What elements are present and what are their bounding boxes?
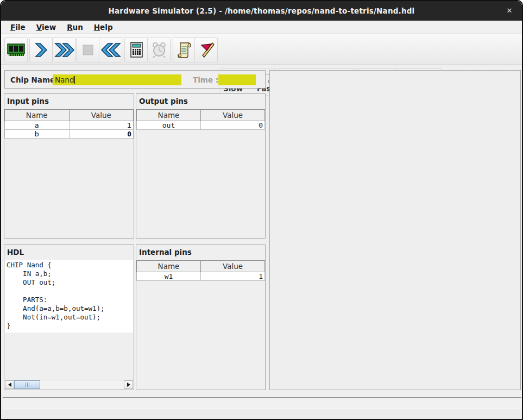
- script-button[interactable]: [173, 37, 196, 62]
- window-title: Hardware Simulator (2.5) - /home/thomas/…: [109, 7, 415, 15]
- code-line: Not(in=w1,out=out);: [7, 313, 133, 322]
- toolbar: Slow Fast Animate: Program flow Format: …: [1, 34, 522, 65]
- close-icon[interactable]: ✕: [503, 5, 515, 16]
- chip-header-panel: Chip Name : Nand Time :: [4, 70, 266, 89]
- time-label: Time :: [193, 76, 218, 84]
- alarm-clock-icon: [150, 41, 168, 59]
- pin-name: out: [137, 121, 201, 130]
- load-chip-button[interactable]: [4, 37, 28, 62]
- pin-name: w1: [137, 272, 201, 281]
- calculator-button[interactable]: [124, 37, 148, 62]
- hdl-code-view: CHIP Nand { IN a,b; OUT out; PARTS: And(…: [5, 260, 133, 333]
- chip-display-panel: [269, 70, 521, 390]
- code-line: CHIP Nand {: [7, 261, 133, 269]
- run-button[interactable]: [53, 37, 76, 62]
- table-row: a 1: [5, 121, 134, 130]
- stop-button: [76, 37, 99, 62]
- hdl-title: HDL: [4, 245, 134, 259]
- calculator-icon: [128, 41, 144, 59]
- column-header-name: Name: [137, 110, 201, 121]
- input-pins-panel: Input pins Name Value a 1 b 0: [4, 93, 134, 239]
- output-pins-table: Name Value out 0: [136, 109, 265, 130]
- menu-bar: File View Run Help: [1, 21, 522, 34]
- chevron-right-icon: [34, 42, 49, 58]
- output-pins-panel: Output pins Name Value out 0: [136, 93, 266, 239]
- table-row: b 0: [5, 130, 134, 139]
- code-line: PARTS:: [7, 296, 133, 304]
- text-caret: [74, 76, 75, 84]
- pin-value: 1: [201, 272, 265, 281]
- pin-value[interactable]: 1: [69, 121, 134, 130]
- status-bar: [3, 397, 521, 409]
- single-step-button[interactable]: [29, 37, 53, 62]
- column-header-name: Name: [137, 261, 201, 272]
- internal-pins-panel: Internal pins Name Value w1 1: [136, 245, 266, 390]
- bottom-strip: [1, 410, 522, 420]
- memory-chip-icon: [7, 42, 26, 58]
- table-row: w1 1: [137, 272, 265, 281]
- code-line: IN a,b;: [7, 269, 133, 278]
- code-line: }: [7, 322, 133, 330]
- chip-name-input[interactable]: Nand: [53, 74, 181, 85]
- pin-value: 0: [201, 121, 265, 130]
- pin-name: a: [5, 121, 70, 130]
- reset-button[interactable]: [99, 37, 122, 62]
- code-line: And(a=a,b=b,out=w1);: [7, 304, 133, 313]
- menu-run[interactable]: Run: [62, 22, 88, 33]
- code-line: OUT out;: [7, 278, 133, 287]
- menu-file[interactable]: File: [5, 22, 30, 33]
- hdl-horizontal-scrollbar[interactable]: [5, 380, 133, 389]
- scroll-left-icon[interactable]: [5, 380, 14, 389]
- red-flag-icon: [198, 41, 215, 59]
- scrollbar-thumb[interactable]: [14, 380, 40, 389]
- app-window: Hardware Simulator (2.5) - /home/thomas/…: [0, 0, 523, 420]
- pin-name: b: [5, 130, 70, 139]
- breakpoints-button[interactable]: [194, 37, 218, 62]
- column-header-value: Value: [69, 110, 134, 121]
- internal-pins-table: Name Value w1 1: [136, 260, 265, 281]
- internal-pins-title: Internal pins: [136, 245, 265, 259]
- menu-view[interactable]: View: [31, 22, 61, 33]
- column-header-value: Value: [201, 110, 265, 121]
- double-chevron-right-icon: [54, 42, 75, 58]
- pin-value[interactable]: 0: [69, 130, 134, 139]
- output-pins-title: Output pins: [136, 94, 265, 108]
- time-input[interactable]: [218, 74, 256, 85]
- scroll-right-icon[interactable]: [124, 380, 133, 389]
- input-pins-table: Name Value a 1 b 0: [4, 109, 134, 139]
- double-chevron-left-icon: [100, 42, 121, 58]
- clock-button: [147, 37, 171, 62]
- stop-square-icon: [80, 42, 96, 58]
- column-header-value: Value: [201, 261, 265, 272]
- table-row: out 0: [137, 121, 265, 130]
- title-bar: Hardware Simulator (2.5) - /home/thomas/…: [1, 1, 522, 21]
- code-line: [7, 287, 133, 296]
- hdl-panel: HDL CHIP Nand { IN a,b; OUT out; PARTS: …: [4, 245, 134, 390]
- column-header-name: Name: [5, 110, 70, 121]
- menu-help[interactable]: Help: [89, 22, 118, 33]
- scroll-icon: [177, 41, 193, 59]
- input-pins-title: Input pins: [4, 94, 134, 108]
